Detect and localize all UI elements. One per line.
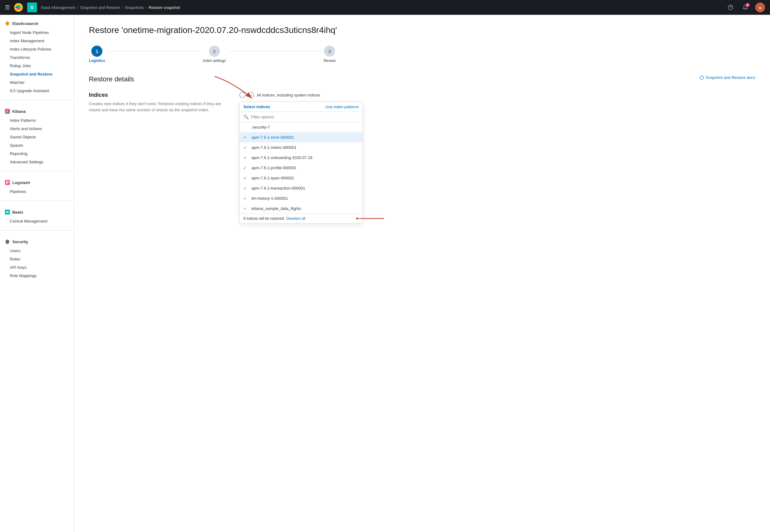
svg-point-3	[15, 6, 18, 8]
check-icon: ✓	[244, 156, 248, 160]
sidebar-item-transforms[interactable]: Transforms	[0, 53, 74, 62]
sidebar-item-watcher[interactable]: Watcher	[0, 78, 74, 87]
index-name: apm-7.6.1-transaction-000001	[252, 186, 305, 190]
index-item[interactable]: .security-7	[240, 122, 362, 132]
check-icon: ✓	[244, 186, 248, 190]
breadcrumb: Stack Management / Snapshot and Restore …	[41, 5, 722, 10]
docs-link[interactable]: Snapshot and Restore docs	[700, 75, 755, 80]
index-item[interactable]: ✓ apm-7.6.1-transaction-000001	[240, 183, 362, 193]
sidebar-item-snapshot-and-restore[interactable]: Snapshot and Restore	[0, 70, 74, 78]
hamburger-menu[interactable]: ☰	[5, 4, 10, 11]
elasticsearch-icon	[5, 21, 10, 26]
index-name: apm-7.6.1-metric-000001	[252, 145, 297, 150]
sidebar-item-upgrade-assistant[interactable]: 8.0 Upgrade Assistant	[0, 87, 74, 95]
filter-input-row: 🔍	[240, 112, 362, 122]
sidebar-item-index-lifecycle-policies[interactable]: Index Lifecycle Policies	[0, 45, 74, 53]
filter-input[interactable]	[251, 115, 359, 119]
sidebar-header-security: Security	[0, 238, 74, 247]
check-icon: ✓	[244, 145, 248, 150]
sidebar-item-index-patterns[interactable]: Index Patterns	[0, 116, 74, 125]
sidebar-header-logstash: Logstash	[0, 179, 74, 187]
index-item[interactable]: ✓ ilm-history-1-000001	[240, 193, 362, 203]
index-item[interactable]: ✓ apm-7.6.1-onboarding-2020.07.19	[240, 153, 362, 163]
sidebar-item-spaces[interactable]: Spaces	[0, 141, 74, 149]
sidebar-header-beats: Beats	[0, 208, 74, 217]
index-item[interactable]: ✓ kibana_sample_data_flights	[240, 203, 362, 214]
sidebar-item-index-management[interactable]: Index Management	[0, 37, 74, 45]
sidebar-item-users[interactable]: Users	[0, 247, 74, 255]
sidebar-item-role-mappings[interactable]: Role Mappings	[0, 272, 74, 280]
elastic-logo	[14, 2, 23, 12]
index-item[interactable]: ✓ apm-7.6.1-profile-000001	[240, 163, 362, 173]
elasticsearch-label: Elasticsearch	[12, 21, 38, 26]
step-1-circle: 1	[91, 46, 102, 57]
sidebar-item-reporting[interactable]: Reporting	[0, 149, 74, 158]
toggle-all-indices[interactable]	[240, 92, 246, 98]
sidebar-header-kibana: Kibana	[0, 108, 74, 116]
index-name: apm-7.6.1-error-000001	[252, 135, 294, 140]
check-icon: ✓	[244, 207, 248, 211]
select-indices-row: Select indices Use index patterns	[240, 102, 362, 112]
toggle-row: ✕ All indices, including system indices	[240, 92, 755, 98]
step-3: 3 Review	[324, 46, 336, 63]
indices-list: .security-7 ✓ apm-7.6.1-error-000001 ✓ a…	[240, 122, 362, 214]
sidebar-item-roles[interactable]: Roles	[0, 255, 74, 263]
step-2: 2 Index settings	[203, 46, 226, 63]
steps-wizard: 1 Logistics 2 Index settings 3 Review	[89, 46, 336, 63]
restore-details-header: Restore details Snapshot and Restore doc…	[89, 75, 755, 84]
step-3-circle: 3	[324, 46, 335, 57]
breadcrumb-stack-management[interactable]: Stack Management	[41, 5, 75, 10]
sidebar-section-kibana: Kibana Index Patterns Alerts and Actions…	[0, 103, 74, 169]
sidebar-item-central-management[interactable]: Central Management	[0, 217, 74, 225]
deselect-all-link[interactable]: Deselect all	[286, 216, 305, 221]
index-item[interactable]: ✓ apm-7.6.1-metric-000001	[240, 142, 362, 153]
indices-controls: ✕ All indices, including system indices …	[240, 92, 755, 223]
app-avatar: G	[27, 2, 37, 12]
sidebar-item-pipelines[interactable]: Pipelines	[0, 187, 74, 196]
help-button[interactable]	[726, 2, 735, 12]
logstash-label: Logstash	[12, 180, 30, 185]
indices-description-area: Indices Creates new indices if they don'…	[89, 92, 225, 113]
sidebar-item-saved-objects[interactable]: Saved Objects	[0, 133, 74, 141]
sidebar-item-api-keys[interactable]: API Keys	[0, 263, 74, 272]
index-name: .security-7	[252, 125, 270, 129]
check-icon: ✓	[244, 166, 248, 170]
breadcrumb-snapshots[interactable]: Snapshots	[125, 5, 144, 10]
sidebar-item-ingest-node-pipelines[interactable]: Ingest Node Pipelines	[0, 28, 74, 37]
sidebar-section-logstash: Logstash Pipelines	[0, 174, 74, 198]
beats-icon	[5, 210, 10, 215]
svg-point-9	[6, 23, 8, 25]
indices-description: Creates new indices if they don't exist.…	[89, 101, 225, 113]
sidebar-header-elasticsearch: Elasticsearch	[0, 20, 74, 28]
index-name: kibana_sample_data_flights	[252, 206, 301, 211]
index-item[interactable]: ✓ apm-7.6.1-span-000001	[240, 173, 362, 183]
svg-point-8	[6, 22, 8, 23]
select-indices-label[interactable]: Select indices	[244, 104, 270, 109]
security-icon	[5, 239, 10, 244]
footer-text: 8 indices will be restored.	[244, 216, 285, 221]
user-avatar[interactable]: u	[755, 2, 765, 12]
check-icon: ✓	[244, 176, 248, 180]
step-connector-2-3	[228, 51, 321, 51]
sidebar-section-elasticsearch: Elasticsearch Ingest Node Pipelines Inde…	[0, 15, 74, 97]
security-label: Security	[12, 239, 28, 244]
step-1-label: Logistics	[89, 59, 105, 63]
app-body: Elasticsearch Ingest Node Pipelines Inde…	[0, 15, 770, 532]
top-nav: ☰ G Stack Management / Snapshot and Rest…	[0, 0, 770, 15]
notifications-button[interactable]: 1	[740, 2, 750, 12]
nav-icons: 1 u	[726, 2, 765, 12]
sidebar: Elasticsearch Ingest Node Pipelines Inde…	[0, 15, 74, 532]
toggle-label: All indices, including system indices	[257, 93, 320, 97]
index-item[interactable]: ✓ apm-7.6.1-error-000001	[240, 132, 362, 142]
sidebar-item-alerts-and-actions[interactable]: Alerts and Actions	[0, 125, 74, 133]
toggle-x-button[interactable]: ✕	[248, 92, 254, 98]
use-index-patterns-link[interactable]: Use index patterns	[326, 104, 359, 109]
sidebar-section-beats: Beats Central Management	[0, 203, 74, 228]
index-name: apm-7.6.1-span-000001	[252, 176, 294, 180]
sidebar-section-security: Security Users Roles API Keys Role Mappi…	[0, 233, 74, 282]
notification-badge: 1	[746, 3, 750, 7]
sidebar-item-rollup-jobs[interactable]: Rollup Jobs	[0, 62, 74, 70]
breadcrumb-snapshot-restore[interactable]: Snapshot and Restore	[80, 5, 120, 10]
sidebar-item-advanced-settings[interactable]: Advanced Settings	[0, 158, 74, 166]
step-1: 1 Logistics	[89, 46, 105, 63]
